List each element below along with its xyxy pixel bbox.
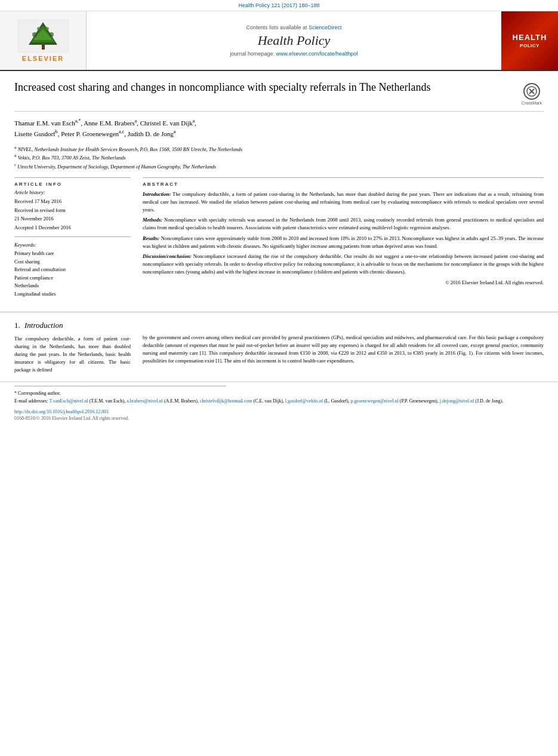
email-gusdorf[interactable]: l.gusdorf@vektis.nl: [285, 398, 323, 404]
email-brabers[interactable]: a.brabers@nivel.nl: [127, 398, 163, 404]
top-banner: Health Policy 121 (2017) 180–188: [0, 0, 558, 11]
email-vandijk[interactable]: christelvdijk@hotmail.com: [200, 398, 252, 404]
email-groenewegen[interactable]: p.groenewegen@nivel.nl: [351, 398, 399, 404]
homepage-url[interactable]: www.elsevier.com/locate/healthpol: [276, 51, 358, 57]
intro-left-col: 1. Introduction The compulsory deductibl…: [14, 321, 131, 377]
article-title-section: Increased cost sharing and changes in no…: [14, 81, 544, 112]
abstract-results: Results: Noncompliance rates were approx…: [143, 235, 544, 250]
info-divider: [14, 236, 131, 237]
journal-cover-image: HEALTH POLICY: [501, 11, 558, 70]
article-info-box: ARTICLE INFO Article history: Received 1…: [14, 177, 131, 298]
abstract-discussion: Discussion/conclusion: Noncompliance inc…: [143, 253, 544, 275]
crossmark-label: CrossMark: [522, 101, 542, 105]
crossmark-badge[interactable]: CrossMark: [520, 83, 544, 105]
accepted-date: Accepted 1 December 2016: [14, 223, 131, 232]
journal-name: Health Policy: [258, 33, 331, 48]
email-addresses: E-mail addresses: T.vanEsch@nivel.nl (T.…: [14, 397, 544, 405]
doi-line: http://dx.doi.org/10.1016/j.healthpol.20…: [0, 405, 558, 416]
cover-subtitle: POLICY: [520, 43, 539, 48]
abstract-column: ABSTRACT Introduction: The compulsory de…: [143, 177, 544, 298]
article-content: Increased cost sharing and changes in no…: [0, 71, 558, 303]
abstract-intro-text: The compulsory deductible, a form of pat…: [143, 191, 544, 213]
keyword-referral: Referral and consultation: [14, 266, 131, 274]
abstract-discussion-heading: Discussion/conclusion:: [143, 253, 192, 259]
keywords-section: Keywords: Primary health care Cost shari…: [14, 242, 131, 299]
email-vanesch[interactable]: T.vanEsch@nivel.nl: [50, 398, 88, 404]
email-dejong[interactable]: j.dejong@nivel.nl: [440, 398, 474, 404]
article-title: Increased cost sharing and changes in no…: [14, 81, 514, 94]
issn-line: 0168-8510/© 2016 Elsevier Ireland Ltd. A…: [0, 416, 558, 423]
received-date: Received 17 May 2016: [14, 197, 131, 205]
sciencedirect-link[interactable]: ScienceDirect: [309, 24, 342, 30]
keyword-cost-sharing: Cost sharing: [14, 258, 131, 266]
abstract-methods-heading: Methods:: [143, 217, 162, 223]
sciencedirect-label: Contents lists available at ScienceDirec…: [246, 24, 341, 30]
footnote-rule: [14, 386, 226, 386]
introduction-section: 1. Introduction The compulsory deductibl…: [0, 321, 558, 377]
footnote-area: * Corresponding author. E-mail addresses…: [0, 382, 558, 405]
email-label: E-mail addresses:: [14, 398, 48, 404]
section-heading: 1. Introduction: [14, 321, 131, 330]
abstract-results-text: Noncompliance rates were approximately s…: [143, 235, 544, 249]
history-label: Article history:: [14, 189, 131, 195]
affiliations: a NIVEL, Netherlands Institute for Healt…: [14, 145, 544, 171]
article-info-column: ARTICLE INFO Article history: Received 1…: [14, 177, 131, 298]
doi-link[interactable]: http://dx.doi.org/10.1016/j.healthpol.20…: [14, 409, 109, 414]
abstract-heading: ABSTRACT: [143, 182, 544, 187]
keyword-netherlands: Netherlands: [14, 282, 131, 290]
svg-point-5: [32, 32, 37, 37]
svg-point-6: [49, 32, 54, 37]
keyword-longitudinal: Longitudinal studies: [14, 290, 131, 299]
abstract-methods-text: Noncompliance with specialty referrals w…: [143, 217, 544, 231]
keyword-patient-compliance: Patient compliance: [14, 274, 131, 282]
abstract-introduction: Introduction: The compulsory deductible,…: [143, 190, 544, 213]
article-info-heading: ARTICLE INFO: [14, 182, 131, 187]
abstract-section: ABSTRACT Introduction: The compulsory de…: [143, 177, 544, 285]
abstract-methods: Methods: Noncompliance with specialty re…: [143, 216, 544, 232]
abstract-discussion-text: Noncompliance increased during the rise …: [143, 253, 544, 275]
intro-right-col: by the government and covers among other…: [143, 321, 544, 377]
journal-header: ELSEVIER Contents lists available at Sci…: [0, 11, 558, 71]
keywords-label: Keywords:: [14, 242, 131, 248]
intro-para-right: by the government and covers among other…: [143, 334, 544, 365]
crossmark-icon: [523, 83, 540, 100]
crossmark-svg: [526, 86, 537, 97]
abstract-results-heading: Results:: [143, 235, 159, 241]
intro-para-left: The compulsory deductible, a form of pat…: [14, 335, 131, 374]
two-column-layout: ARTICLE INFO Article history: Received 1…: [14, 177, 544, 298]
elsevier-tree-icon: [18, 20, 69, 53]
section-divider: [0, 312, 558, 312]
elsevier-logo: ELSEVIER: [0, 11, 87, 70]
section-number: 1.: [14, 321, 20, 330]
authors-line: Thamar E.M. van Escha,*, Anne E.M. Brabe…: [14, 118, 544, 140]
revised-date: 21 November 2016: [14, 214, 131, 223]
section-title: Introduction: [24, 321, 63, 330]
journal-center: Contents lists available at ScienceDirec…: [87, 11, 501, 70]
elsevier-wordmark: ELSEVIER: [22, 55, 64, 62]
keyword-primary-health: Primary health care: [14, 250, 131, 258]
corresponding-author-note: * Corresponding author.: [14, 390, 544, 397]
journal-homepage: journal homepage: www.elsevier.com/locat…: [230, 51, 357, 57]
copyright-line: © 2016 Elsevier Ireland Ltd. All rights …: [143, 279, 544, 285]
svg-point-7: [37, 27, 41, 30]
svg-point-8: [45, 27, 49, 30]
abstract-intro-heading: Introduction:: [143, 191, 171, 197]
revised-label: Received in revised form: [14, 206, 131, 214]
cover-title: HEALTH: [513, 33, 547, 42]
article-dates: Received 17 May 2016 Received in revised…: [14, 197, 131, 232]
